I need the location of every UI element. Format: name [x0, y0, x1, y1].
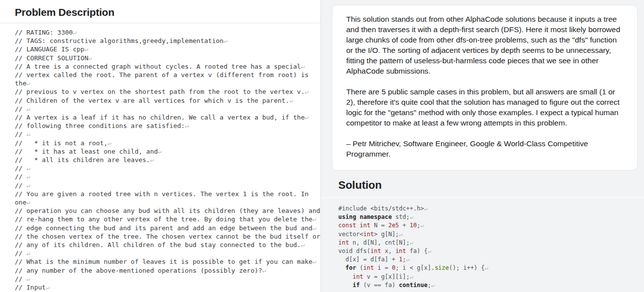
newline-mark-icon: ↵	[84, 45, 88, 53]
newline-mark-icon: ↵	[406, 256, 409, 263]
code-line: // ↵	[15, 172, 321, 181]
code-line: for (int i = 0; i < g[x].size(); i++) {↵	[338, 264, 644, 272]
newline-mark-icon: ↵	[410, 239, 413, 246]
code-line: vector<int> g[N];↵	[338, 230, 644, 239]
newline-mark-icon: ↵	[410, 213, 413, 220]
code-line: // vertex called the root. The parent of…	[15, 71, 321, 79]
code-line: one↵	[15, 198, 321, 207]
code-line: // What is the minimum number of leaves …	[15, 257, 321, 266]
commentary-paragraph: This solution stands out from other Alph…	[346, 14, 623, 76]
newline-mark-icon: ↵	[484, 264, 488, 271]
code-line: // edge connecting the bud and its paren…	[15, 224, 321, 232]
code-line: the↵	[15, 79, 321, 87]
code-line: // operation you can choose any bud with…	[15, 207, 321, 215]
code-line: // LANGUAGE IS cpp↵	[15, 45, 321, 53]
problem-description-title: Problem Description	[15, 6, 306, 18]
code-line: // RATING: 3300↵	[15, 28, 321, 37]
solution-code: #include <bits/stdc++.h>↵using namespace…	[321, 198, 644, 290]
commentary-card-wrap: This solution stands out from other Alph…	[321, 0, 644, 170]
code-line: // ↵	[15, 105, 321, 113]
code-line: // Input↵	[15, 283, 321, 292]
newline-mark-icon: ↵	[289, 97, 293, 104]
newline-mark-icon: ↵	[305, 114, 309, 121]
newline-mark-icon: ↵	[26, 250, 30, 257]
problem-description-panel[interactable]: Problem Description // RATING: 3300↵// T…	[0, 0, 321, 292]
alphacode-solution-viewer: Problem Description // RATING: 3300↵// T…	[0, 0, 644, 292]
newline-mark-icon: ↵	[88, 54, 92, 62]
newline-mark-icon: ↵	[26, 275, 30, 283]
newline-mark-icon: ↵	[26, 130, 30, 138]
newline-mark-icon: ↵	[428, 248, 431, 254]
code-line: // ↵	[15, 249, 321, 257]
newline-mark-icon: ↵	[301, 241, 305, 249]
newline-mark-icon: ↵	[108, 139, 112, 147]
code-line: // ↵	[15, 181, 321, 190]
newline-mark-icon: ↵	[26, 173, 30, 180]
solution-header: Solution	[321, 170, 644, 197]
newline-mark-icon: ↵	[420, 222, 424, 229]
commentary-paragraph: There are 5 public sample cases in this …	[346, 86, 623, 128]
code-line: // A tree is a connected graph without c…	[15, 62, 321, 71]
code-line: // ↵	[15, 130, 321, 138]
code-line: const int N = 2e5 + 10;↵	[338, 221, 644, 230]
newline-mark-icon: ↵	[313, 258, 317, 265]
commentary-card: This solution stands out from other Alph…	[332, 5, 638, 170]
solution-panel[interactable]: This solution stands out from other Alph…	[321, 0, 644, 292]
code-line: // You are given a rooted tree with n ve…	[15, 190, 321, 198]
code-line: // A vertex is a leaf if it has no child…	[15, 113, 321, 122]
newline-mark-icon: ↵	[313, 215, 317, 223]
code-line: // previous to v vertex on the shortest …	[15, 87, 321, 96]
code-line: #include <bits/stdc++.h>↵	[338, 205, 644, 213]
problem-code: // RATING: 3300↵// TAGS: constructive al…	[0, 23, 321, 292]
newline-mark-icon: ↵	[305, 88, 309, 95]
newline-mark-icon: ↵	[26, 182, 30, 189]
newline-mark-icon: ↵	[313, 224, 317, 232]
code-line: // any number of the above-mentioned ope…	[15, 266, 321, 275]
newline-mark-icon: ↵	[399, 231, 402, 238]
newline-mark-icon: ↵	[301, 63, 305, 70]
newline-mark-icon: ↵	[224, 37, 228, 44]
newline-mark-icon: ↵	[26, 199, 30, 206]
code-line: int n, d[N], cnt[N];↵	[338, 239, 644, 247]
newline-mark-icon: ↵	[26, 105, 30, 113]
code-line: // TAGS: constructive algorithms,greedy,…	[15, 37, 321, 45]
code-line: // Children of the vertex v are all vert…	[15, 96, 321, 105]
newline-mark-icon: ↵	[424, 205, 427, 212]
code-line: int v = g[x][i];↵	[338, 273, 644, 281]
code-line: // the chosen vertex of the tree. The ch…	[15, 232, 321, 241]
code-line: void dfs(int x, int fa) {↵	[338, 247, 644, 255]
commentary-paragraph: – Petr Mitrichev, Software Engineer, Goo…	[346, 138, 623, 159]
code-line: // any of its children. All children of …	[15, 241, 321, 249]
code-line: // following three conditions are satisf…	[15, 122, 321, 130]
code-line: // * it is not a root,↵	[15, 139, 321, 147]
newline-mark-icon: ↵	[26, 165, 30, 172]
code-line: // CORRECT SOLUTION↵	[15, 54, 321, 62]
solution-title: Solution	[338, 179, 644, 192]
newline-mark-icon: ↵	[262, 267, 266, 274]
code-line: d[x] = d[fa] + 1;↵	[338, 255, 644, 264]
code-line: // * all its children are leaves.↵	[15, 156, 321, 164]
newline-mark-icon: ↵	[73, 29, 77, 36]
newline-mark-icon: ↵	[431, 282, 435, 289]
code-line: // * it has at least one child, and↵	[15, 147, 321, 156]
newline-mark-icon: ↵	[410, 273, 413, 280]
newline-mark-icon: ↵	[158, 148, 162, 155]
newline-mark-icon: ↵	[46, 284, 50, 291]
code-line: // re-hang them to any other vertex of t…	[15, 215, 321, 223]
problem-description-header: Problem Description	[0, 0, 321, 23]
newline-mark-icon: ↵	[150, 156, 154, 164]
code-line: if (v == fa) continue;↵	[338, 281, 644, 290]
code-line: // ↵	[15, 164, 321, 172]
newline-mark-icon: ↵	[185, 122, 189, 129]
code-line: // ↵	[15, 275, 321, 283]
code-line: using namespace std;↵	[338, 213, 644, 221]
newline-mark-icon: ↵	[26, 80, 30, 87]
